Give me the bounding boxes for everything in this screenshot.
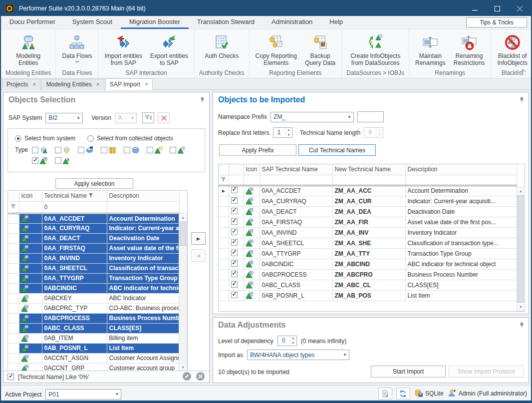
description-filter-cell[interactable]	[405, 175, 517, 185]
clear-filter-icon[interactable]	[158, 112, 170, 123]
type-filter-checkbox[interactable]	[55, 147, 61, 153]
sap-system-combo[interactable]: BI2▼	[45, 113, 83, 123]
import-row-checkbox[interactable]	[231, 229, 238, 235]
document-protocol-icon[interactable]	[378, 388, 392, 400]
radio-select-from-system[interactable]	[15, 135, 21, 142]
maximize-icon[interactable]	[486, 1, 509, 16]
scrollbar-thumb[interactable]	[180, 222, 186, 246]
menu-help[interactable]: Help	[321, 16, 351, 29]
object-row[interactable]: 0ABCKEYABC Indicator	[8, 293, 179, 303]
filter-enabled-checkbox[interactable]	[7, 374, 14, 380]
import-row[interactable]: 0AA_INVINDZM_AA_INVInventory Indicator	[219, 227, 517, 238]
technical-name-filter-cell[interactable]: 0	[42, 201, 107, 213]
apply-prefix-button[interactable]: Apply Prefix	[219, 144, 296, 156]
object-row[interactable]: ▶0AA_ACCDETAccount Determination	[8, 213, 179, 223]
tab-close-icon[interactable]: ×	[96, 82, 100, 87]
object-row[interactable]: 0AA_DEACTDeactivation Date	[8, 233, 179, 243]
object-row[interactable]: 0AB_ITEMBilling item	[8, 333, 179, 343]
type-filter-checkbox[interactable]	[170, 147, 176, 153]
refresh-icon[interactable]	[396, 388, 410, 400]
scrollbar-thumb[interactable]	[518, 195, 524, 303]
object-row[interactable]: 0ACCNT_ASGNCustomer Account Assignme...	[8, 353, 179, 363]
namespace-suffix-input[interactable]	[357, 111, 384, 122]
import-row[interactable]: 0AA_CURYRAQZM_AA_CURIndicator: Current-y…	[219, 196, 517, 206]
tab-projects[interactable]: Projects×	[2, 79, 40, 90]
data-flows-button[interactable]: Data Flows	[58, 31, 95, 63]
tab-modeling-entities[interactable]: Modeling Entities×	[41, 79, 104, 90]
object-row[interactable]: 0AA_CURYRAQIndicator: Current-year acqu.…	[8, 223, 179, 233]
tab-sap-import[interactable]: SAP Import×	[105, 78, 153, 90]
cut-technical-names-button[interactable]: Cut Technical Names	[298, 144, 376, 156]
object-row[interactable]: 0AA_INVINDInventory Indicator	[8, 253, 179, 263]
type-filter-checkbox[interactable]	[78, 147, 84, 153]
object-row[interactable]: 0AA_SHEETCLClassification of transaction…	[8, 263, 179, 273]
funnel-filter-icon[interactable]	[142, 112, 154, 123]
create-infoobjects-from-datasources-button[interactable]: Create InfoObjectsfrom DataSources	[347, 31, 404, 66]
import-row-checkbox[interactable]	[231, 218, 238, 225]
import-row-checkbox[interactable]	[231, 197, 238, 204]
import-row-checkbox[interactable]	[231, 281, 238, 288]
icon-column-header[interactable]: Icon	[244, 164, 260, 175]
menu-migration-booster[interactable]: Migration Booster	[121, 16, 189, 29]
blacklist-of-infoobjects-button[interactable]: Blacklist ofInfoObjects	[494, 31, 531, 66]
export-entities-to-sap-button[interactable]: Export entitiesto SAP	[147, 31, 192, 66]
type-filter-checkbox[interactable]	[124, 147, 130, 153]
pin-icon[interactable]	[200, 97, 205, 104]
modeling-entities-button[interactable]: ModelingEntities	[12, 31, 44, 66]
import-row-checkbox[interactable]	[231, 208, 238, 214]
move-right-button[interactable]: ▶	[191, 232, 206, 245]
icon-filter-cell[interactable]	[19, 201, 42, 213]
import-row-checkbox[interactable]	[231, 260, 238, 267]
import-row-checkbox[interactable]	[231, 292, 238, 298]
import-row-checkbox[interactable]	[231, 271, 238, 277]
menu-administration[interactable]: Administration	[263, 16, 321, 29]
copy-reporting-elements-button[interactable]: Copy ReportingElements	[252, 31, 300, 66]
new-name-filter-cell[interactable]	[332, 175, 405, 185]
type-filter-checkbox[interactable]	[147, 147, 153, 153]
level-of-dependency-stepper[interactable]: 0▲▼	[277, 336, 297, 346]
import-row[interactable]: 0AB_POSNR_LZM_AB_POSList Item	[219, 290, 517, 301]
description-filter-cell[interactable]	[107, 201, 179, 213]
new-technical-name-column-header[interactable]: New Technical Name	[332, 164, 405, 175]
pin-icon[interactable]	[520, 97, 524, 104]
description-column-header[interactable]: Description	[405, 164, 517, 175]
spin-down-icon[interactable]: ▼	[285, 133, 292, 138]
object-row[interactable]: 0ABCPROCESSBusiness Process Number	[8, 313, 179, 323]
spin-up-icon[interactable]: ▲	[290, 336, 296, 341]
menu-translation-steward[interactable]: Translation Steward	[189, 16, 263, 29]
apply-selection-button[interactable]: Apply selection	[55, 178, 133, 189]
import-row[interactable]: 0ABCINDICZM_ABCINDABC indicator for tech…	[219, 259, 517, 269]
start-import-button[interactable]: Start Import	[371, 366, 446, 378]
import-row-checkbox[interactable]	[231, 187, 238, 193]
import-row-checkbox[interactable]	[231, 239, 238, 246]
object-row[interactable]: 0AB_POSNR_LList Item	[8, 343, 179, 353]
import-row[interactable]: 0ABCPROCESSZM_ABCPROBusiness Process Num…	[219, 269, 517, 280]
minimize-icon[interactable]	[464, 1, 486, 16]
tab-close-icon[interactable]: ×	[32, 82, 36, 87]
icon-column-header[interactable]: Icon	[19, 191, 42, 201]
object-row[interactable]: 0ABCPRC_TYPCO-ABC: Business process t...	[8, 303, 179, 313]
import-row[interactable]: ▶0AA_ACCDETZM_AA_ACCAccount Determinatio…	[219, 185, 517, 196]
spin-down-icon[interactable]: ▼	[290, 341, 296, 346]
close-icon[interactable]	[509, 1, 531, 16]
auth-checks-button[interactable]: Auth Checks	[201, 31, 242, 59]
object-row[interactable]: 0AA_TTYGRPTransaction Type Group	[8, 273, 179, 283]
type-filter-checkbox[interactable]	[32, 147, 38, 153]
ribbon-collapse-chevron-up-icon[interactable]	[520, 67, 526, 74]
object-row[interactable]: 0AA_FIRSTAQAsset value date of the first…	[8, 243, 179, 253]
sap-name-filter-cell[interactable]	[260, 175, 332, 185]
technical-name-length-stepper[interactable]: 9▲▼	[364, 127, 383, 138]
radio-select-from-collected[interactable]	[87, 135, 94, 142]
sap-technical-name-column-header[interactable]: SAP Technical Name	[260, 164, 332, 175]
spin-up-icon[interactable]: ▲	[285, 128, 292, 133]
type-filter-checkbox[interactable]	[32, 157, 38, 164]
tab-close-icon[interactable]: ×	[145, 82, 148, 87]
scroll-down-icon[interactable]: ▼	[517, 303, 525, 311]
import-row-checkbox[interactable]	[231, 250, 238, 256]
user-status[interactable]: Admin (Full administrator)	[448, 389, 527, 399]
import-row[interactable]: 0AA_FIRSTAQZM_AA_FIRAsset value date of …	[219, 217, 517, 227]
tips-and-tricks-button[interactable]: Tips & Tricks	[466, 17, 527, 27]
scroll-down-icon[interactable]: ▼	[179, 364, 187, 371]
pin-icon[interactable]	[520, 322, 524, 330]
scroll-up-icon[interactable]: ▲	[179, 214, 187, 221]
